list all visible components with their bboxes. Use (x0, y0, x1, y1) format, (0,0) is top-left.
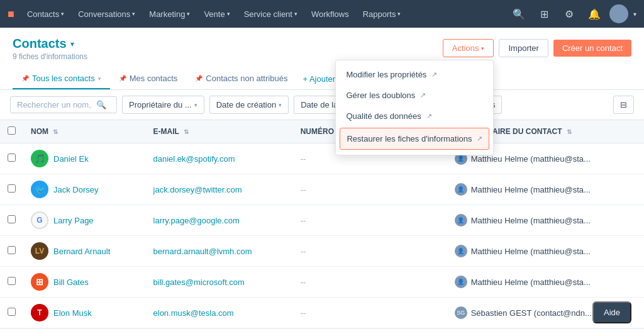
hubspot-logo[interactable]: ■ (8, 8, 14, 21)
row-checkbox[interactable] (8, 246, 16, 254)
nav-item-conversations[interactable]: Conversations ▾ (72, 0, 142, 28)
owner-name: Sébastien GEST (contact@ndn... (471, 308, 592, 318)
col-name[interactable]: NOM ⇅ (23, 120, 146, 143)
dropdown-item-restaurer[interactable]: Restaurer les fiches d'informations ↗ (340, 128, 489, 150)
email-link[interactable]: larry.page@google.com (153, 216, 240, 225)
email-link[interactable]: jack.dorsey@twitter.com (153, 185, 242, 194)
contact-name-cell: LV Bernard Arnault (23, 236, 146, 267)
create-contact-button[interactable]: Créer un contact (553, 40, 631, 57)
email-cell: larry.page@google.com (146, 205, 293, 236)
owner-name: Matthieu Helme (matthieu@sta... (471, 216, 591, 225)
chevron-down-icon: ▾ (61, 11, 64, 17)
select-all-checkbox[interactable] (8, 126, 16, 135)
chevron-down-icon: ▾ (194, 102, 197, 108)
contact-name-cell: 🎵 Daniel Ek (23, 143, 146, 174)
actions-button[interactable]: Actions ▾ (443, 39, 494, 57)
row-checkbox[interactable] (8, 184, 16, 193)
email-link[interactable]: bill.gates@microsoft.com (153, 277, 245, 287)
creation-date-filter-btn[interactable]: Date de création ▾ (209, 96, 289, 114)
contact-name-link[interactable]: Bill Gates (53, 277, 89, 287)
email-link[interactable]: bernard.arnault@lvmh.com (153, 247, 252, 256)
search-box[interactable]: 🔍 (10, 96, 117, 113)
phone-cell: -- (293, 174, 447, 205)
dropdown-item-doublons[interactable]: Gérer les doublons ↗ (336, 85, 493, 106)
owner-cell: 👤 Matthieu Helme (matthieu@sta... (447, 174, 644, 205)
row-checkbox[interactable] (8, 154, 16, 162)
chevron-down-icon: ▾ (227, 11, 230, 17)
proprietary-filter-btn[interactable]: Propriétaire du ... ▾ (122, 96, 204, 114)
row-checkbox-cell[interactable] (0, 236, 23, 267)
select-all-header[interactable] (0, 120, 23, 143)
row-checkbox-cell[interactable] (0, 205, 23, 236)
sort-icon: ⇅ (184, 128, 189, 135)
settings-icon-btn[interactable]: ⚙ (559, 4, 579, 24)
avatar[interactable] (609, 4, 628, 23)
row-checkbox[interactable] (8, 277, 16, 285)
chevron-down-icon: ▾ (279, 102, 282, 108)
chevron-down-icon[interactable]: ▾ (633, 11, 636, 18)
owner-cell: 👤 Matthieu Helme (matthieu@sta... (447, 267, 644, 298)
email-link[interactable]: elon.musk@tesla.com (153, 308, 234, 318)
notifications-icon-btn[interactable]: 🔔 (584, 4, 604, 24)
nav-item-marketing[interactable]: Marketing ▾ (143, 0, 196, 28)
col-email[interactable]: E-MAIL ⇅ (146, 120, 293, 143)
email-cell: elon.musk@tesla.com (146, 298, 293, 328)
contact-name-link[interactable]: Jack Dorsey (53, 185, 99, 194)
row-checkbox-cell[interactable] (0, 298, 23, 328)
phone-value: -- (301, 216, 306, 225)
contact-name-link[interactable]: Larry Page (53, 216, 94, 225)
row-checkbox-cell[interactable] (0, 143, 23, 174)
chevron-down-icon: ▾ (294, 11, 297, 17)
tab-mes-contacts[interactable]: 📌 Mes contacts (110, 69, 187, 89)
contact-name-link[interactable]: Bernard Arnault (53, 247, 110, 256)
nav-item-vente[interactable]: Vente ▾ (197, 0, 236, 28)
contact-name-link[interactable]: Daniel Ek (53, 154, 89, 164)
nav-item-workflows[interactable]: Workflows (305, 0, 355, 28)
contact-avatar: 🐦 (31, 181, 48, 198)
page-header: Contacts ▾ 9 fiches d'informations Actio… (0, 28, 644, 90)
grid-icon-btn[interactable]: ⊞ (534, 4, 554, 24)
phone-cell: -- (293, 267, 447, 298)
row-checkbox-cell[interactable] (0, 267, 23, 298)
search-icon-btn[interactable]: 🔍 (509, 4, 529, 24)
tab-tous-contacts[interactable]: 📌 Tous les contacts ▾ (13, 69, 110, 89)
external-link-icon: ↗ (431, 70, 437, 79)
top-nav: ■ Contacts ▾ Conversations ▾ Marketing ▾… (0, 0, 644, 28)
phone-value: -- (301, 247, 306, 256)
row-checkbox[interactable] (8, 308, 16, 316)
contact-avatar: LV (31, 242, 48, 260)
nav-item-service[interactable]: Service client ▾ (238, 0, 304, 28)
row-checkbox-cell[interactable] (0, 174, 23, 205)
import-button[interactable]: Importer (499, 39, 548, 57)
page-title-caret[interactable]: ▾ (70, 40, 74, 48)
tab-contacts-non-attribues[interactable]: 📌 Contacts non attribués (186, 69, 296, 89)
contact-name-link[interactable]: Elon Musk (53, 308, 92, 318)
owner-avatar: SG (455, 306, 467, 319)
nav-item-contacts[interactable]: Contacts ▾ (21, 0, 70, 28)
dropdown-item-qualite[interactable]: Qualité des données ↗ (336, 106, 493, 126)
chevron-down-icon: ▾ (98, 76, 101, 82)
chevron-down-icon: ▾ (132, 11, 135, 17)
phone-value: -- (301, 154, 306, 164)
search-icon: 🔍 (96, 100, 106, 109)
search-input[interactable] (17, 100, 92, 109)
contact-name-cell: ⊞ Bill Gates (23, 267, 146, 298)
actions-dropdown: Modifier les propriétés ↗ Gérer les doub… (335, 60, 494, 155)
row-checkbox[interactable] (8, 215, 16, 223)
email-cell: bill.gates@microsoft.com (146, 267, 293, 298)
tabs-row: 📌 Tous les contacts ▾ 📌 Mes contacts 📌 C… (13, 69, 631, 89)
phone-cell: -- (293, 205, 447, 236)
help-button[interactable]: Aide (592, 301, 631, 323)
owner-cell: 👤 Matthieu Helme (matthieu@sta... (447, 205, 644, 236)
pagination: ‹ Précédent 1 Suivant › 25 par page ▾ (0, 328, 644, 336)
owner-name: Matthieu Helme (matthieu@sta... (471, 277, 591, 287)
contact-avatar: ⊞ (31, 273, 48, 291)
table-row: LV Bernard Arnault bernard.arnault@lvmh.… (0, 236, 644, 267)
nav-item-rapports[interactable]: Rapports ▾ (357, 0, 408, 28)
email-link[interactable]: daniel.ek@spotify.com (153, 154, 235, 164)
contact-avatar: 🎵 (31, 150, 48, 167)
dropdown-item-modifier[interactable]: Modifier les propriétés ↗ (336, 64, 493, 85)
column-settings-btn[interactable]: ⊟ (613, 96, 634, 114)
contact-name-cell: T Elon Musk (23, 298, 146, 328)
external-link-icon: ↗ (420, 91, 426, 99)
